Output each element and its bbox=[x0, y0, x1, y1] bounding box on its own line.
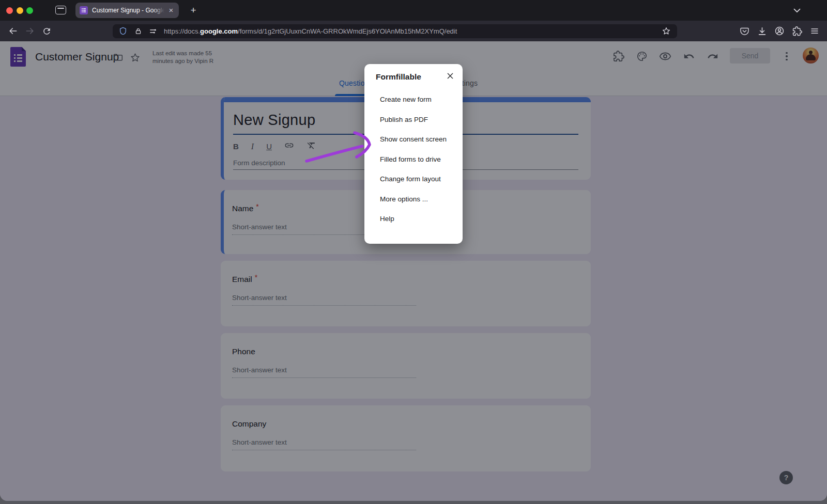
url-prefix: https://docs. bbox=[164, 27, 200, 35]
menu-item-create-new-form[interactable]: Create new form bbox=[364, 90, 463, 110]
google-forms-favicon-icon bbox=[80, 6, 88, 14]
sidebar-toggle-icon[interactable] bbox=[55, 6, 66, 14]
tab-title-fade bbox=[153, 3, 166, 18]
reload-icon[interactable] bbox=[40, 25, 53, 37]
macos-minimize-button[interactable] bbox=[17, 7, 23, 14]
page-viewport: Customer Signup Last edit was made 55 mi… bbox=[0, 41, 827, 501]
dialog-close-icon[interactable] bbox=[445, 71, 455, 81]
menu-item-more-options[interactable]: More options ... bbox=[364, 190, 463, 210]
menu-item-show-consent-screen[interactable]: Show consent screen bbox=[364, 130, 463, 150]
list-all-tabs-chevron-icon[interactable] bbox=[791, 5, 804, 17]
forward-icon[interactable] bbox=[24, 25, 36, 37]
tab-close-icon[interactable]: × bbox=[166, 5, 176, 15]
macos-close-button[interactable] bbox=[6, 7, 13, 14]
permissions-icon[interactable] bbox=[148, 26, 158, 36]
back-icon[interactable] bbox=[7, 25, 19, 37]
dialog-title: Formfillable bbox=[376, 72, 421, 82]
url-domain: google.com bbox=[200, 27, 238, 35]
browser-tab-bar: Customer Signup - Google Form × + bbox=[0, 0, 827, 21]
formfillable-dialog: Formfillable Create new form Publish as … bbox=[364, 64, 463, 244]
url-text[interactable]: https://docs.google.com/forms/d/1g2rtGjU… bbox=[164, 27, 677, 35]
menu-item-publish-as-pdf[interactable]: Publish as PDF bbox=[364, 110, 463, 130]
menu-item-filled-forms-to-drive[interactable]: Filled forms to drive bbox=[364, 150, 463, 170]
browser-nav-bar: https://docs.google.com/forms/d/1g2rtGjU… bbox=[0, 21, 827, 41]
app-menu-hamburger-icon[interactable] bbox=[808, 25, 821, 37]
menu-item-help[interactable]: Help bbox=[364, 209, 463, 229]
url-path: /forms/d/1g2rtGjUuxnCnWA-GRROkWmdEjs6YOl… bbox=[238, 27, 457, 35]
lock-icon[interactable] bbox=[133, 26, 143, 36]
pocket-icon[interactable] bbox=[738, 25, 751, 37]
browser-tab[interactable]: Customer Signup - Google Form × bbox=[75, 3, 179, 18]
downloads-icon[interactable] bbox=[756, 25, 768, 37]
url-bar[interactable]: https://docs.google.com/forms/d/1g2rtGjU… bbox=[113, 24, 677, 38]
tracking-protection-shield-icon[interactable] bbox=[118, 26, 128, 36]
account-icon[interactable] bbox=[773, 25, 786, 37]
macos-zoom-button[interactable] bbox=[26, 7, 33, 14]
browser-window: Customer Signup - Google Form × + bbox=[0, 0, 827, 501]
dialog-menu: Create new form Publish as PDF Show cons… bbox=[364, 90, 463, 229]
menu-item-change-form-layout[interactable]: Change form layout bbox=[364, 169, 463, 190]
bookmark-star-icon[interactable] bbox=[662, 26, 671, 36]
extensions-puzzle-icon[interactable] bbox=[791, 25, 803, 37]
new-tab-button[interactable]: + bbox=[187, 4, 200, 17]
